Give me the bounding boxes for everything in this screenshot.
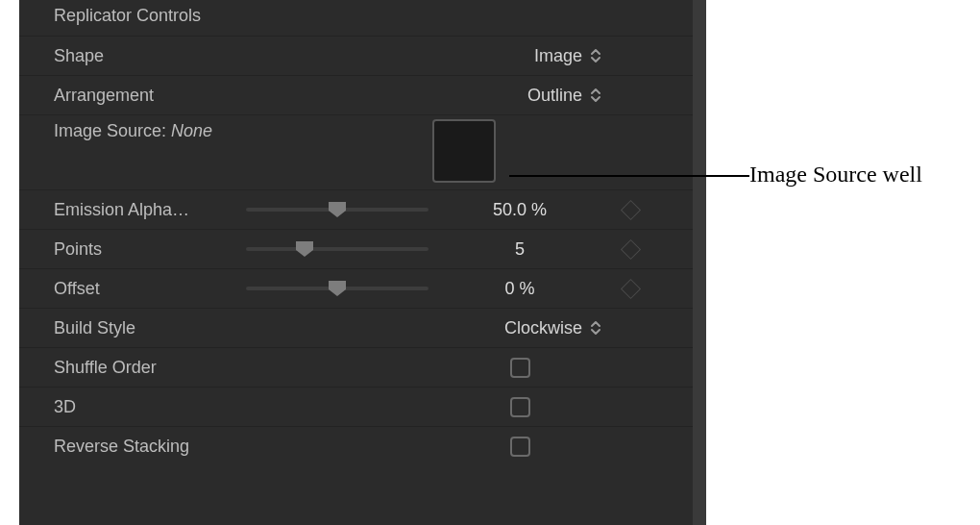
row-build-style: Build Style Clockwise xyxy=(19,308,706,347)
section-title: Replicator Controls xyxy=(19,0,706,36)
label-3d: 3D xyxy=(54,397,246,417)
image-source-well[interactable] xyxy=(432,119,496,183)
keyframe-offset[interactable] xyxy=(601,282,659,296)
slider-points[interactable] xyxy=(246,239,429,259)
slider-emission-alpha[interactable] xyxy=(246,200,429,219)
row-3d: 3D xyxy=(19,387,706,426)
label-shuffle-order: Shuffle Order xyxy=(54,358,246,378)
keyframe-diamond-icon xyxy=(620,278,640,298)
label-points: Points xyxy=(54,239,246,260)
label-emission-alpha: Emission Alpha… xyxy=(54,200,246,220)
value-image-source: None xyxy=(171,121,212,140)
slider-track xyxy=(246,247,429,251)
value-emission-alpha[interactable]: 50.0 % xyxy=(493,200,547,220)
value-points[interactable]: 5 xyxy=(515,239,525,260)
label-offset: Offset xyxy=(54,279,246,299)
slider-thumb[interactable] xyxy=(296,241,313,257)
updown-icon xyxy=(590,87,601,104)
label-build-style: Build Style xyxy=(54,318,246,338)
checkbox-3d[interactable] xyxy=(510,397,530,417)
keyframe-points[interactable] xyxy=(601,242,659,257)
updown-icon xyxy=(590,319,601,337)
popup-arrangement[interactable]: Outline xyxy=(438,86,601,106)
callout-label: Image Source well xyxy=(749,162,922,188)
popup-build-style[interactable]: Clockwise xyxy=(438,318,601,338)
label-image-source: Image Source: xyxy=(54,121,171,140)
rows-container: Shape Image Arrangement Outline xyxy=(19,36,706,465)
row-reverse-stacking: Reverse Stacking xyxy=(19,426,706,465)
inspector-panel: Replicator Controls Shape Image Arrangem… xyxy=(19,0,706,525)
row-emission-alpha: Emission Alpha… 50.0 % xyxy=(19,189,706,229)
keyframe-emission-alpha[interactable] xyxy=(601,203,659,217)
slider-thumb[interactable] xyxy=(329,281,346,296)
slider-thumb[interactable] xyxy=(329,202,346,217)
popup-arrangement-value: Outline xyxy=(527,86,582,106)
popup-shape[interactable]: Image xyxy=(438,46,601,66)
row-shuffle-order: Shuffle Order xyxy=(19,347,706,387)
label-arrangement: Arrangement xyxy=(54,86,246,106)
row-arrangement: Arrangement Outline xyxy=(19,75,706,114)
popup-shape-value: Image xyxy=(534,46,582,66)
section-title-text: Replicator Controls xyxy=(54,6,201,25)
value-offset[interactable]: 0 % xyxy=(504,279,534,299)
keyframe-diamond-icon xyxy=(620,199,640,219)
label-reverse-stacking: Reverse Stacking xyxy=(54,437,246,457)
row-points: Points 5 xyxy=(19,229,706,268)
row-image-source: Image Source: None xyxy=(19,114,706,189)
checkbox-shuffle-order[interactable] xyxy=(510,358,530,378)
popup-build-style-value: Clockwise xyxy=(504,318,582,338)
keyframe-diamond-icon xyxy=(620,238,640,259)
row-offset: Offset 0 % xyxy=(19,268,706,308)
updown-icon xyxy=(590,47,601,64)
label-shape: Shape xyxy=(54,46,246,66)
scrollbar[interactable] xyxy=(693,0,706,525)
callout-line xyxy=(509,175,749,177)
checkbox-reverse-stacking[interactable] xyxy=(510,437,530,457)
row-shape: Shape Image xyxy=(19,36,706,75)
slider-offset[interactable] xyxy=(246,279,429,298)
